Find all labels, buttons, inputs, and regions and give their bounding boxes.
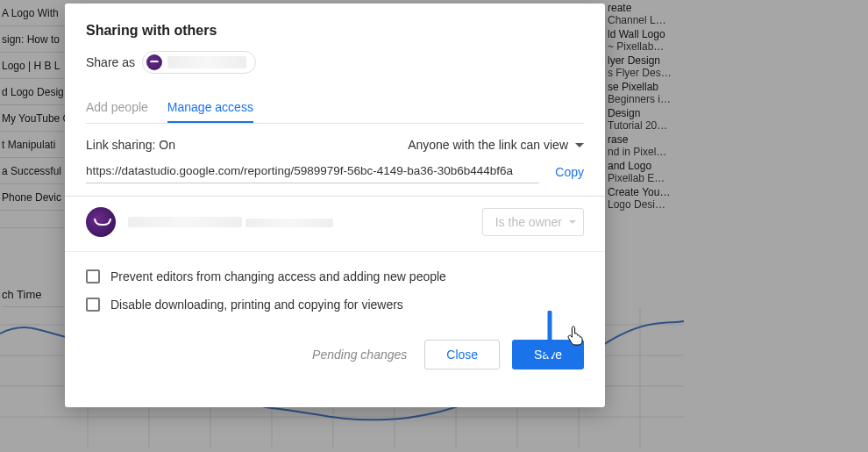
- link-scope-label: Anyone with the link can view: [408, 138, 568, 152]
- checkbox-icon: [86, 269, 100, 283]
- pending-changes-label: Pending changes: [312, 348, 407, 362]
- checkbox-prevent-editors[interactable]: Prevent editors from changing access and…: [86, 269, 584, 283]
- share-as-label: Share as: [86, 55, 135, 69]
- tabs: Add people Manage access: [86, 93, 584, 124]
- checkbox-disable-download[interactable]: Disable downloading, printing and copyin…: [86, 298, 584, 312]
- link-scope-dropdown[interactable]: Anyone with the link can view: [408, 138, 584, 152]
- redacted-user: [167, 56, 246, 68]
- redacted-owner-email: [245, 219, 333, 227]
- tab-manage-access[interactable]: Manage access: [167, 93, 253, 123]
- checkbox-icon: [86, 298, 100, 312]
- tab-add-people[interactable]: Add people: [86, 93, 148, 123]
- copy-link-button[interactable]: Copy: [555, 165, 584, 179]
- owner-avatar-icon: [86, 207, 116, 237]
- owner-role-label: Is the owner: [495, 215, 562, 229]
- dialog-title: Sharing with others: [86, 23, 584, 39]
- share-as-chip[interactable]: [142, 51, 256, 74]
- close-button[interactable]: Close: [424, 340, 500, 369]
- share-dialog: Sharing with others Share as Add people …: [65, 4, 605, 407]
- owner-role-select[interactable]: Is the owner: [482, 208, 584, 236]
- user-avatar-icon: [146, 54, 162, 70]
- share-url-input[interactable]: [86, 161, 539, 183]
- chevron-down-icon: [575, 143, 584, 147]
- owner-row: Is the owner: [65, 197, 605, 252]
- save-button[interactable]: Save: [512, 340, 584, 369]
- checkbox-prevent-label: Prevent editors from changing access and…: [110, 269, 446, 283]
- link-sharing-status: Link sharing: On: [86, 138, 175, 152]
- chevron-down-icon: [569, 220, 576, 224]
- redacted-owner-name: [128, 217, 242, 227]
- checkbox-disable-label: Disable downloading, printing and copyin…: [110, 298, 403, 312]
